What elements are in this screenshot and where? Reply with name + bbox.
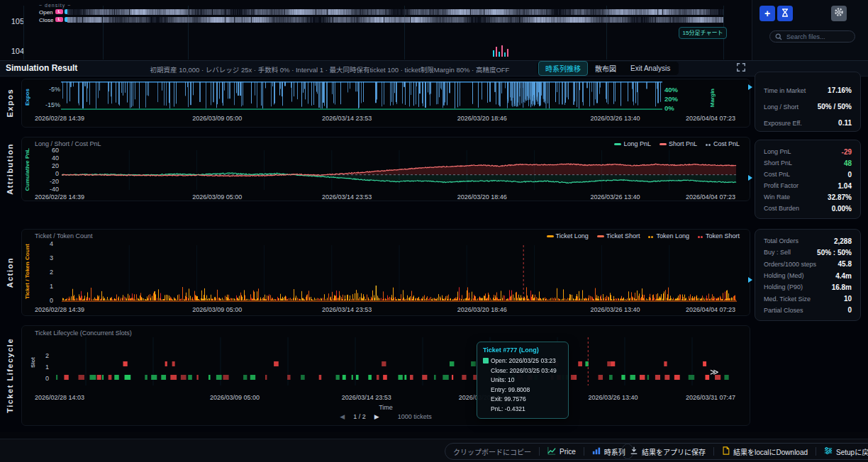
y-tick: 3: [43, 254, 53, 261]
action-chart-canvas[interactable]: [62, 244, 737, 302]
x-tick: 2026/03/26 13:40: [590, 306, 640, 313]
bottom-action-bar: クリップボードにコピー Price 時系列 結果をアプリに保存 結果をlocal…: [0, 439, 868, 462]
tab-exit-analysis[interactable]: Exit Analysis: [623, 62, 677, 74]
legend-token-short[interactable]: Token Short: [698, 232, 740, 240]
simulation-result-overlay: Simulation Result 初期資産 10,000 · レバレッジ 25…: [0, 60, 868, 432]
action-legend: Ticket Long Ticket Short Token Long Toke…: [547, 232, 740, 240]
x-tick: 2026/03/26 13:40: [590, 193, 640, 201]
attribution-panel-handle[interactable]: [748, 175, 752, 181]
price-gridline: [23, 6, 24, 60]
candlestick-cluster: [492, 40, 511, 57]
tooltip-entry: Entry: 99.8008: [483, 385, 562, 395]
order-stats-card: Total Orders2,288 Buy : Sell50% : 50% Or…: [755, 229, 861, 321]
stat-row: Win Rate32.87%: [764, 191, 852, 203]
add-button[interactable]: +: [760, 6, 775, 21]
price-chart-background: 105 104 ~ density ~ Open L S Close L S 1…: [0, 0, 868, 60]
tab-timeseries[interactable]: 時系列推移: [538, 61, 588, 76]
prev-page-button[interactable]: ◀: [340, 413, 345, 420]
margin-tick: 0%: [664, 104, 674, 112]
long-pnl-marker: [614, 143, 621, 145]
rail-action: Action: [0, 229, 20, 316]
x-tick: 2026/03/31 07:47: [686, 394, 735, 401]
timeframe-badge[interactable]: 15分足チャート: [679, 27, 727, 39]
tab-scatter[interactable]: 散布図: [588, 61, 623, 76]
fullscreen-icon: [736, 62, 746, 75]
attribution-panel: Long / Short / Cost PnL Long PnL Short P…: [21, 137, 750, 201]
exposure-x-axis: 2026/02/28 14:39 2026/03/09 05:00 2026/0…: [35, 115, 735, 123]
long-chip: L: [55, 9, 63, 14]
y-tick: 1: [40, 364, 49, 371]
pnl-stats-card: Long PnL-29 Short PnL48 Cost PnL0 Profit…: [755, 140, 861, 219]
exposure-panel: Expos -5% -15% 40% 20% 0% Margin 2026/02…: [21, 79, 750, 128]
fullscreen-button[interactable]: [735, 62, 747, 74]
price-view-button[interactable]: Price: [540, 444, 584, 459]
tooltip-title: Ticket #777 (Long): [483, 346, 562, 354]
simulation-settings-summary: 初期資産 10,000 · レバレッジ 25x · 手数料 0% · Inter…: [128, 64, 532, 74]
lifecycle-chart-canvas[interactable]: [55, 334, 737, 390]
export-group: クリップボードにコピー Price 時系列: [445, 443, 634, 460]
ticket-tooltip: Ticket #777 (Long) Open: 2026/03/25 03:2…: [477, 342, 569, 419]
download-tray-icon: [630, 446, 638, 456]
stat-row: Buy : Sell50% : 50%: [764, 247, 852, 258]
action-panel-handle[interactable]: [748, 277, 752, 283]
sliders-icon: [824, 446, 833, 456]
view-tabs: 時系列推移 散布図 Exit Analysis: [537, 62, 679, 75]
exposure-stats-card: Time in Market17.16% Long / Short50% / 5…: [755, 72, 861, 132]
stat-row: Profit Factor1.04: [764, 180, 852, 191]
copy-clipboard-button[interactable]: クリップボードにコピー: [445, 444, 539, 459]
x-tick: 2026/03/26 13:40: [589, 394, 638, 401]
stat-row: Short PnL48: [764, 157, 852, 169]
attribution-chart-canvas[interactable]: [62, 149, 737, 193]
back-to-setup-button[interactable]: Setupに戻る: [816, 444, 868, 459]
settings-button[interactable]: [831, 6, 847, 21]
search-field[interactable]: [769, 30, 855, 43]
x-tick: 2026/02/28 14:39: [35, 115, 84, 122]
stat-row: Partial Closes0: [764, 305, 852, 316]
hourglass-button[interactable]: [777, 6, 793, 21]
save-to-app-button[interactable]: 結果をアプリに保存: [622, 444, 713, 459]
search-input[interactable]: [785, 33, 850, 41]
x-tick: 2026/03/26 13:40: [590, 115, 640, 122]
stat-row: Total Orders2,288: [764, 235, 852, 247]
gear-icon: [834, 7, 844, 20]
x-tick: 2026/03/20 18:46: [457, 193, 507, 201]
x-tick: 2026/03/14 23:53: [322, 193, 372, 201]
next-page-button[interactable]: ▶: [374, 413, 379, 420]
stat-row: Long / Short50% / 50%: [764, 98, 852, 115]
long-chip: L: [55, 17, 63, 22]
legend-token-long[interactable]: Token Long: [648, 232, 689, 240]
y-tick: -20: [40, 178, 59, 185]
file-icon: [722, 446, 730, 456]
x-tick: 2026/04/04 07:23: [686, 306, 735, 313]
trend-line-icon: [547, 446, 556, 456]
rail-exposure: Expos: [0, 79, 20, 128]
tooltip-exit: Exit: 99.7576: [483, 395, 562, 405]
x-tick: 2026/03/14 23:53: [322, 115, 372, 122]
x-tick: 2026/03/09 05:00: [192, 193, 242, 201]
download-local-button[interactable]: 結果をlocalにDownload: [714, 444, 816, 459]
legend-ticket-short[interactable]: Ticket Short: [597, 232, 640, 240]
x-tick: 2026/02/28 14:03: [35, 394, 84, 401]
open-density-strip: [67, 9, 723, 15]
exposure-y-tick: -5%: [39, 86, 60, 93]
action-x-axis: 2026/02/28 14:39 2026/03/09 05:00 2026/0…: [35, 306, 735, 315]
y-tick: 60: [40, 147, 59, 154]
legend-short-pnl[interactable]: Short PnL: [660, 140, 697, 147]
margin-tick: 20%: [664, 95, 678, 103]
short-pnl-marker: [660, 143, 667, 145]
density-close-label: Close: [39, 17, 53, 23]
x-tick: 2026/04/04 07:23: [686, 193, 735, 201]
exposure-panel-handle[interactable]: [748, 84, 752, 90]
stat-row: Cost Burden0.00%: [764, 203, 852, 214]
stat-row: Exposure Eff.0.11: [764, 115, 852, 131]
exposure-chart-canvas[interactable]: [61, 81, 662, 110]
legend-ticket-long[interactable]: Ticket Long: [547, 232, 589, 240]
stat-row: Cost PnL0: [764, 169, 852, 180]
more-tickets-indicator[interactable]: ≫: [710, 367, 719, 377]
slot-axis-label: Slot: [29, 351, 36, 374]
y-tick: 1: [43, 283, 53, 290]
legend-cost-pnl[interactable]: Cost PnL: [706, 140, 740, 147]
attribution-x-axis: 2026/02/28 14:39 2026/03/09 05:00 2026/0…: [35, 193, 735, 202]
lifecycle-panel: Ticket Lifecycle (Concurrent Slots) Slot…: [21, 325, 750, 426]
legend-long-pnl[interactable]: Long PnL: [614, 140, 651, 147]
